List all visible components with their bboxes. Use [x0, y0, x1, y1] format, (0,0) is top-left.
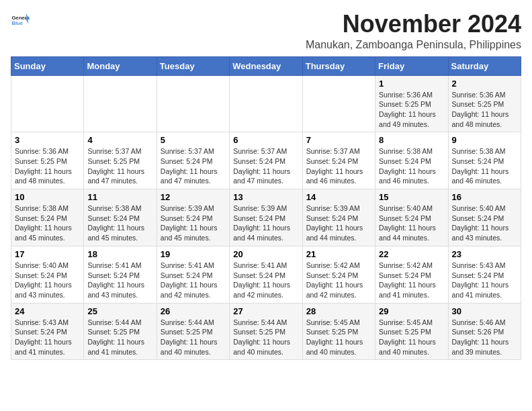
day-number: 19 — [161, 249, 226, 259]
day-number: 30 — [452, 306, 517, 316]
day-number: 4 — [87, 135, 152, 145]
day-info: Sunrise: 5:41 AM Sunset: 5:24 PM Dayligh… — [233, 261, 298, 300]
month-title: November 2024 — [306, 11, 521, 38]
day-cell — [302, 75, 375, 132]
day-cell: 3Sunrise: 5:36 AM Sunset: 5:25 PM Daylig… — [11, 132, 84, 189]
day-info: Sunrise: 5:46 AM Sunset: 5:26 PM Dayligh… — [452, 318, 517, 357]
day-cell — [84, 75, 157, 132]
day-info: Sunrise: 5:37 AM Sunset: 5:24 PM Dayligh… — [161, 146, 226, 186]
weekday-header-tuesday: Tuesday — [157, 56, 229, 75]
day-cell: 15Sunrise: 5:40 AM Sunset: 5:24 PM Dayli… — [375, 189, 448, 246]
location-title: Manukan, Zamboanga Peninsula, Philippine… — [306, 39, 521, 51]
day-cell: 19Sunrise: 5:41 AM Sunset: 5:24 PM Dayli… — [157, 246, 229, 303]
day-cell: 8Sunrise: 5:38 AM Sunset: 5:24 PM Daylig… — [375, 132, 448, 189]
day-cell: 2Sunrise: 5:36 AM Sunset: 5:25 PM Daylig… — [448, 75, 521, 132]
day-info: Sunrise: 5:42 AM Sunset: 5:24 PM Dayligh… — [306, 261, 371, 300]
day-info: Sunrise: 5:44 AM Sunset: 5:25 PM Dayligh… — [87, 318, 152, 357]
day-info: Sunrise: 5:36 AM Sunset: 5:25 PM Dayligh… — [379, 90, 444, 130]
day-number: 15 — [379, 192, 444, 202]
day-number: 23 — [452, 249, 517, 259]
day-info: Sunrise: 5:39 AM Sunset: 5:24 PM Dayligh… — [233, 203, 298, 243]
day-cell: 30Sunrise: 5:46 AM Sunset: 5:26 PM Dayli… — [448, 303, 521, 360]
day-cell: 21Sunrise: 5:42 AM Sunset: 5:24 PM Dayli… — [302, 246, 375, 303]
logo-icon: General Blue — [11, 11, 30, 30]
weekday-header-row: SundayMondayTuesdayWednesdayThursdayFrid… — [11, 56, 521, 75]
logo: General Blue — [11, 11, 30, 30]
day-info: Sunrise: 5:44 AM Sunset: 5:25 PM Dayligh… — [233, 318, 298, 357]
day-number: 6 — [233, 135, 298, 145]
day-info: Sunrise: 5:45 AM Sunset: 5:25 PM Dayligh… — [306, 318, 371, 357]
day-number: 3 — [15, 135, 80, 145]
weekday-header-wednesday: Wednesday — [230, 56, 302, 75]
day-number: 25 — [87, 306, 152, 316]
day-cell: 14Sunrise: 5:39 AM Sunset: 5:24 PM Dayli… — [302, 189, 375, 246]
day-info: Sunrise: 5:41 AM Sunset: 5:24 PM Dayligh… — [87, 261, 152, 300]
day-cell — [11, 75, 84, 132]
day-info: Sunrise: 5:43 AM Sunset: 5:24 PM Dayligh… — [15, 318, 80, 357]
day-info: Sunrise: 5:38 AM Sunset: 5:24 PM Dayligh… — [379, 146, 444, 186]
week-row-4: 17Sunrise: 5:40 AM Sunset: 5:24 PM Dayli… — [11, 246, 521, 303]
day-info: Sunrise: 5:39 AM Sunset: 5:24 PM Dayligh… — [161, 203, 226, 243]
day-number: 1 — [379, 79, 444, 89]
weekday-header-saturday: Saturday — [448, 56, 521, 75]
header: General Blue November 2024 Manukan, Zamb… — [11, 11, 521, 51]
day-info: Sunrise: 5:42 AM Sunset: 5:24 PM Dayligh… — [379, 261, 444, 300]
day-info: Sunrise: 5:36 AM Sunset: 5:25 PM Dayligh… — [15, 146, 80, 186]
day-info: Sunrise: 5:37 AM Sunset: 5:25 PM Dayligh… — [87, 146, 152, 186]
day-number: 29 — [379, 306, 444, 316]
day-number: 21 — [306, 249, 371, 259]
day-info: Sunrise: 5:38 AM Sunset: 5:24 PM Dayligh… — [15, 203, 80, 243]
day-cell: 13Sunrise: 5:39 AM Sunset: 5:24 PM Dayli… — [230, 189, 302, 246]
day-number: 20 — [233, 249, 298, 259]
week-row-5: 24Sunrise: 5:43 AM Sunset: 5:24 PM Dayli… — [11, 303, 521, 360]
day-cell: 4Sunrise: 5:37 AM Sunset: 5:25 PM Daylig… — [84, 132, 157, 189]
day-cell — [157, 75, 229, 132]
day-number: 18 — [87, 249, 152, 259]
day-cell: 28Sunrise: 5:45 AM Sunset: 5:25 PM Dayli… — [302, 303, 375, 360]
calendar: SundayMondayTuesdayWednesdayThursdayFrid… — [11, 56, 521, 361]
day-cell: 5Sunrise: 5:37 AM Sunset: 5:24 PM Daylig… — [157, 132, 229, 189]
week-row-2: 3Sunrise: 5:36 AM Sunset: 5:25 PM Daylig… — [11, 132, 521, 189]
day-info: Sunrise: 5:44 AM Sunset: 5:25 PM Dayligh… — [161, 318, 226, 357]
day-cell: 10Sunrise: 5:38 AM Sunset: 5:24 PM Dayli… — [11, 189, 84, 246]
day-cell: 27Sunrise: 5:44 AM Sunset: 5:25 PM Dayli… — [230, 303, 302, 360]
day-number: 26 — [161, 306, 226, 316]
day-number: 16 — [452, 192, 517, 202]
day-cell: 29Sunrise: 5:45 AM Sunset: 5:25 PM Dayli… — [375, 303, 448, 360]
weekday-header-sunday: Sunday — [11, 56, 84, 75]
day-info: Sunrise: 5:37 AM Sunset: 5:24 PM Dayligh… — [306, 146, 371, 186]
day-cell: 18Sunrise: 5:41 AM Sunset: 5:24 PM Dayli… — [84, 246, 157, 303]
day-info: Sunrise: 5:41 AM Sunset: 5:24 PM Dayligh… — [161, 261, 226, 300]
day-number: 22 — [379, 249, 444, 259]
day-info: Sunrise: 5:38 AM Sunset: 5:24 PM Dayligh… — [87, 203, 152, 243]
day-info: Sunrise: 5:45 AM Sunset: 5:25 PM Dayligh… — [379, 318, 444, 357]
day-cell: 26Sunrise: 5:44 AM Sunset: 5:25 PM Dayli… — [157, 303, 229, 360]
day-cell: 6Sunrise: 5:37 AM Sunset: 5:24 PM Daylig… — [230, 132, 302, 189]
day-cell — [230, 75, 302, 132]
day-cell: 1Sunrise: 5:36 AM Sunset: 5:25 PM Daylig… — [375, 75, 448, 132]
svg-text:Blue: Blue — [11, 20, 23, 26]
day-info: Sunrise: 5:40 AM Sunset: 5:24 PM Dayligh… — [379, 203, 444, 243]
weekday-header-friday: Friday — [375, 56, 448, 75]
day-number: 2 — [452, 79, 517, 89]
day-cell: 12Sunrise: 5:39 AM Sunset: 5:24 PM Dayli… — [157, 189, 229, 246]
day-cell: 20Sunrise: 5:41 AM Sunset: 5:24 PM Dayli… — [230, 246, 302, 303]
day-number: 12 — [161, 192, 226, 202]
day-number: 28 — [306, 306, 371, 316]
weekday-header-thursday: Thursday — [302, 56, 375, 75]
week-row-3: 10Sunrise: 5:38 AM Sunset: 5:24 PM Dayli… — [11, 189, 521, 246]
day-info: Sunrise: 5:40 AM Sunset: 5:24 PM Dayligh… — [15, 261, 80, 300]
day-number: 7 — [306, 135, 371, 145]
day-number: 13 — [233, 192, 298, 202]
day-number: 10 — [15, 192, 80, 202]
title-area: November 2024 Manukan, Zamboanga Peninsu… — [306, 11, 521, 51]
day-number: 11 — [87, 192, 152, 202]
day-cell: 16Sunrise: 5:40 AM Sunset: 5:24 PM Dayli… — [448, 189, 521, 246]
day-number: 27 — [233, 306, 298, 316]
day-info: Sunrise: 5:37 AM Sunset: 5:24 PM Dayligh… — [233, 146, 298, 186]
week-row-1: 1Sunrise: 5:36 AM Sunset: 5:25 PM Daylig… — [11, 75, 521, 132]
day-number: 8 — [379, 135, 444, 145]
day-number: 9 — [452, 135, 517, 145]
day-cell: 24Sunrise: 5:43 AM Sunset: 5:24 PM Dayli… — [11, 303, 84, 360]
day-info: Sunrise: 5:36 AM Sunset: 5:25 PM Dayligh… — [452, 90, 517, 130]
